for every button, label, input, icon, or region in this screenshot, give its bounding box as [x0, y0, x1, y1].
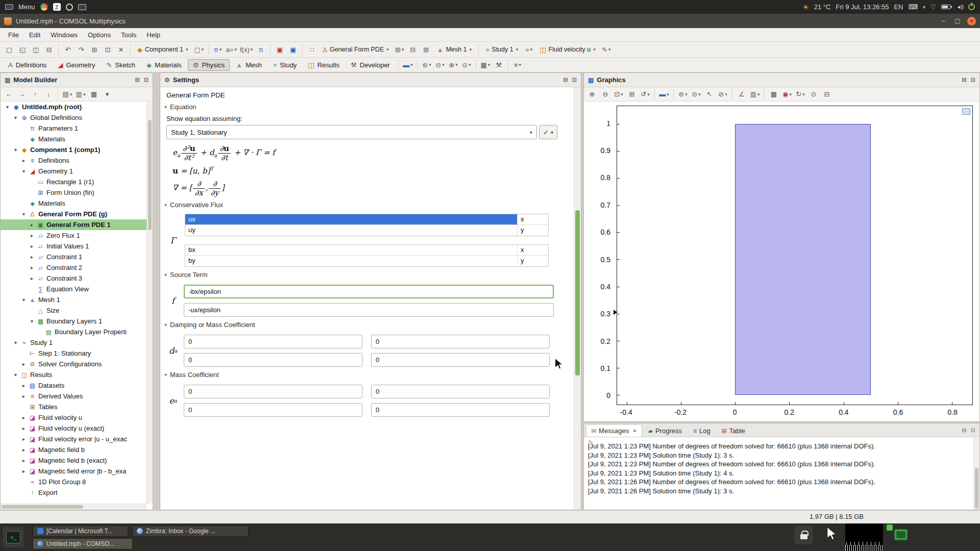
- undo-button[interactable]: ↶: [62, 43, 74, 56]
- tree-item[interactable]: ▸⚙Solver Configurations: [1, 359, 146, 369]
- deselect-mode-button[interactable]: ⊝▾: [434, 59, 446, 71]
- tray-caret-icon[interactable]: ▾: [923, 5, 925, 10]
- damping-coefficient-input-4[interactable]: [371, 353, 550, 367]
- taskbar-window-button[interactable]: [Calendar | Microsoft T...: [33, 525, 128, 537]
- tab-results[interactable]: ◫Results: [303, 59, 345, 71]
- tree-item[interactable]: ◈Materials: [1, 134, 146, 144]
- tab-study[interactable]: ≈Study: [268, 59, 302, 71]
- section-collapse-icon[interactable]: ▾: [164, 202, 167, 208]
- browser-icon[interactable]: [40, 3, 48, 11]
- default-view-button[interactable]: ↺▾: [639, 88, 651, 101]
- flux-table-row[interactable]: byy: [185, 256, 548, 266]
- messages-vscrollbar[interactable]: [973, 438, 979, 510]
- geometry-rect[interactable]: [735, 124, 871, 395]
- collapse-arrow-icon[interactable]: ▸: [29, 243, 35, 249]
- flux-expr-cell[interactable]: bx: [185, 245, 518, 255]
- plot-area[interactable]: 10.90.80.70.60.50.40.30.20.10 -0.4-0.200…: [584, 102, 979, 421]
- maximize-button[interactable]: ▢: [953, 17, 962, 24]
- grid-button[interactable]: ▦: [768, 88, 780, 101]
- damping-coefficient-input-1[interactable]: [184, 335, 362, 348]
- parameter-case-button[interactable]: π: [255, 43, 267, 56]
- app-ring-icon[interactable]: [66, 4, 73, 11]
- expand-arrow-icon[interactable]: ▾: [13, 147, 18, 153]
- battery-icon[interactable]: [941, 5, 951, 9]
- compute-button[interactable]: =▾: [523, 43, 535, 56]
- zoom-in-button[interactable]: ⊕: [586, 88, 598, 101]
- tree-item[interactable]: ⊢Step 1: Stationary: [1, 348, 146, 359]
- mesh-selector[interactable]: ▲Mesh 1▾: [433, 45, 475, 55]
- menu-windows[interactable]: Windows: [45, 29, 83, 41]
- tree-item[interactable]: ▸▱Zero Flux 1: [1, 230, 146, 241]
- tree-item[interactable]: ↑Export: [1, 487, 146, 498]
- flux-table-row[interactable]: bxx: [185, 245, 548, 256]
- panel-minimize-button[interactable]: ⊟: [135, 77, 140, 83]
- print-plot-button[interactable]: ⊟: [821, 88, 833, 101]
- forward-button[interactable]: →: [16, 88, 28, 101]
- tree-item[interactable]: ▸◪Magnetic field b: [1, 444, 146, 455]
- tree-item[interactable]: ⊞Form Union (fin): [1, 187, 146, 198]
- system-menu-button[interactable]: Menu: [18, 3, 35, 11]
- panel-float-button[interactable]: ⊡: [144, 77, 149, 83]
- collapse-arrow-icon[interactable]: ▸: [29, 254, 35, 260]
- collapse-tree-button[interactable]: ▥▾: [75, 88, 87, 101]
- zoom-box-button[interactable]: ⊞: [626, 88, 638, 101]
- component-selector[interactable]: ◆Component 1▾: [134, 45, 192, 55]
- add-physics-button[interactable]: ⊞▾: [394, 43, 406, 56]
- collapse-arrow-icon[interactable]: ▸: [29, 276, 35, 281]
- flux-table-row[interactable]: uyy: [185, 225, 548, 236]
- section-collapse-icon[interactable]: ▾: [164, 322, 167, 328]
- collapse-arrow-icon[interactable]: ▸: [29, 222, 35, 228]
- flux-section-header[interactable]: ▾ Conservative Flux: [164, 201, 574, 209]
- taskbar-window-button[interactable]: Untitled.mph - COMSO...: [33, 538, 133, 549]
- vscroll-thumb[interactable]: [975, 468, 978, 509]
- tab-materials[interactable]: ◈Materials: [141, 59, 187, 71]
- copy-button[interactable]: ⊞: [88, 43, 101, 56]
- paste-button[interactable]: ⊡: [102, 43, 114, 56]
- tree-item[interactable]: ▸▱Constraint 3: [1, 273, 146, 284]
- tree-item[interactable]: ▸▱Constraint 1: [1, 252, 146, 262]
- flux-expr-cell[interactable]: ux: [185, 214, 518, 224]
- mass-coefficient-input-2[interactable]: [371, 385, 550, 398]
- save-button[interactable]: ◫: [30, 43, 42, 56]
- tab-geometry[interactable]: ◢Geometry: [53, 59, 100, 71]
- open-file-button[interactable]: ◱: [16, 43, 29, 56]
- expand-arrow-icon[interactable]: ▾: [29, 318, 35, 324]
- menu-tools[interactable]: Tools: [116, 29, 141, 41]
- menu-file[interactable]: File: [3, 29, 24, 41]
- plot-button[interactable]: ✎▾: [600, 43, 612, 56]
- language-indicator[interactable]: EN: [894, 3, 903, 11]
- zimbra-icon[interactable]: Z: [53, 3, 61, 11]
- expand-arrow-icon[interactable]: ▾: [5, 104, 10, 110]
- tree-item[interactable]: ▸◪Fluid velocity u: [1, 412, 146, 423]
- menu-edit[interactable]: Edit: [24, 29, 45, 41]
- tree-item[interactable]: ⊞Tables: [1, 402, 146, 412]
- tree-item[interactable]: ▸≡Definitions: [1, 155, 146, 166]
- tree-item[interactable]: ▸◪Fluid velocity u (exact): [1, 423, 146, 434]
- tree-item[interactable]: ▸◪Fluid velocity error |u - u_exac: [1, 434, 146, 444]
- tab-developer[interactable]: ⚒Developer: [346, 59, 395, 71]
- new-file-button[interactable]: ▢: [3, 43, 15, 56]
- collapse-arrow-icon[interactable]: ▸: [29, 265, 35, 270]
- tree-item[interactable]: ▾▲Mesh 1: [1, 294, 146, 305]
- collapse-arrow-icon[interactable]: ▸: [21, 458, 27, 463]
- panel-minimize-button[interactable]: ⊟: [962, 77, 967, 83]
- section-collapse-icon[interactable]: ▾: [164, 272, 167, 278]
- collapse-arrow-icon[interactable]: ▸: [21, 436, 27, 442]
- collapse-arrow-icon[interactable]: ▸: [21, 361, 27, 367]
- menu-help[interactable]: Help: [141, 29, 165, 41]
- redo-button[interactable]: ↷: [75, 43, 87, 56]
- window-title-bar[interactable]: Untitled.mph - COMSOL Multiphysics – ▢ ✕: [0, 14, 980, 28]
- add-component-button[interactable]: ▢▾: [193, 43, 205, 56]
- hide-objects-button[interactable]: ⊘▾: [717, 88, 729, 101]
- lock-screen-button[interactable]: [794, 525, 813, 544]
- collapse-arrow-icon[interactable]: ▸: [21, 415, 27, 420]
- camera-button[interactable]: ⊙: [807, 88, 820, 101]
- equation-contribution-button[interactable]: ✓ ▾: [539, 125, 557, 139]
- move-down-button[interactable]: ↓: [42, 88, 55, 101]
- functions-button[interactable]: f(x)▾: [239, 43, 254, 56]
- tree-item[interactable]: ▾◆Component 1 (comp1): [1, 144, 146, 155]
- mass-coefficient-input-1[interactable]: [184, 385, 362, 398]
- heart-icon[interactable]: ♡: [930, 3, 937, 11]
- delete-button[interactable]: ✕: [115, 43, 127, 56]
- tree-item[interactable]: πParameters 1: [1, 123, 146, 134]
